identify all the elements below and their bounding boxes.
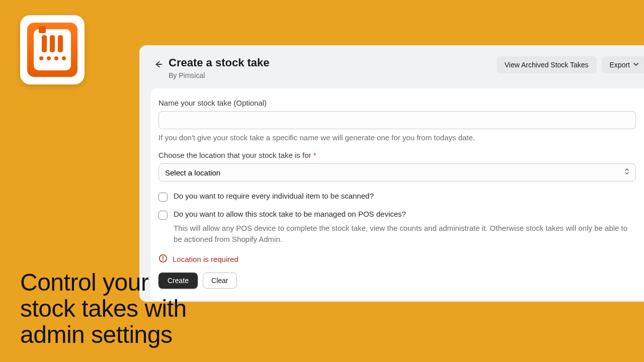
byline: By Pimsical — [169, 71, 270, 79]
hero-line-3: admin settings — [20, 322, 187, 348]
alert-icon — [158, 254, 168, 264]
pos-checkbox[interactable] — [158, 211, 168, 220]
export-button[interactable]: Export — [602, 56, 644, 73]
chevron-down-icon — [633, 61, 639, 69]
header-left: Create a stock take By Pimsical — [153, 56, 270, 79]
location-label: Choose the location that your stock take… — [158, 151, 636, 159]
hero-text: Control your stock takes with admin sett… — [20, 269, 187, 347]
hero-line-1: Control your — [20, 269, 187, 296]
scan-checkbox-row: Do you want to require every individual … — [158, 192, 636, 202]
app-logo — [20, 15, 85, 84]
location-label-text: Choose the location that your stock take… — [158, 151, 313, 159]
app-logo-graphic — [34, 29, 71, 70]
scan-checkbox[interactable] — [158, 193, 168, 202]
name-input[interactable] — [158, 111, 636, 129]
svg-point-2 — [163, 259, 164, 260]
header-actions: View Archived Stock Takes Export — [497, 56, 644, 73]
view-archived-label: View Archived Stock Takes — [505, 61, 589, 69]
pos-checkbox-row: Do you want to allow this stock take to … — [158, 210, 636, 220]
pos-description: This will allow any POS device to comple… — [174, 223, 636, 245]
required-mark: * — [313, 151, 316, 159]
view-archived-button[interactable]: View Archived Stock Takes — [497, 56, 597, 73]
panel-header: Create a stock take By Pimsical View Arc… — [139, 45, 644, 88]
location-select[interactable]: Select a location — [158, 163, 636, 182]
back-arrow-icon[interactable] — [153, 59, 164, 69]
error-message: Location is required — [158, 254, 636, 264]
form-actions: Create Clear — [158, 273, 636, 289]
export-label: Export — [610, 61, 630, 69]
name-label: Name your stock take (Optional) — [158, 99, 636, 107]
app-panel: Create a stock take By Pimsical View Arc… — [139, 45, 644, 302]
hero-line-2: stock takes with — [20, 296, 187, 322]
name-help-text: If you don't give your stock take a spec… — [158, 133, 636, 142]
page-title: Create a stock take — [169, 56, 270, 69]
clear-button[interactable]: Clear — [203, 273, 236, 289]
app-logo-inner — [27, 23, 77, 77]
error-text: Location is required — [173, 255, 238, 263]
pos-label: Do you want to allow this stock take to … — [174, 210, 406, 218]
location-select-wrap: Select a location — [158, 163, 636, 182]
scan-label: Do you want to require every individual … — [174, 192, 374, 200]
form-card: Name your stock take (Optional) If you d… — [150, 88, 644, 300]
